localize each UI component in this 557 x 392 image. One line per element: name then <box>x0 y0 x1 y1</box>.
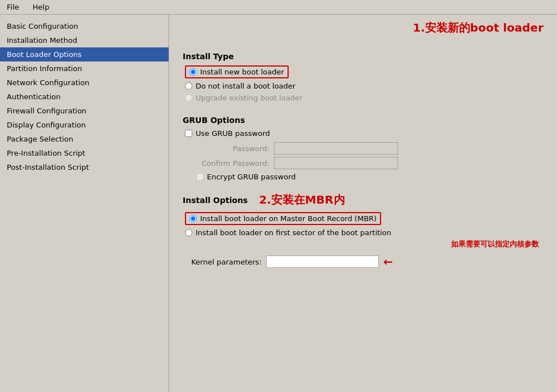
menu-file[interactable]: File <box>5 2 21 12</box>
sidebar-item-partition-information[interactable]: Partition Information <box>0 61 169 76</box>
install-options-header: Install Options 2.安装在MBR内 <box>183 192 543 208</box>
radio-mbr-label: Install boot loader on Master Boot Recor… <box>200 214 377 223</box>
confirm-password-input[interactable] <box>274 157 398 169</box>
encrypt-grub-option[interactable]: Encrypt GRUB password <box>196 173 543 181</box>
red-arrow-icon: ← <box>383 255 393 268</box>
password-label: Password: <box>196 144 269 153</box>
radio-do-not-install-label: Do not install a boot loader <box>196 82 295 90</box>
sidebar-item-network-configuration[interactable]: Network Configuration <box>0 76 169 90</box>
install-type-title: Install Type <box>183 52 543 61</box>
radio-upgrade-existing: Upgrade existing boot loader <box>185 94 543 102</box>
radio-install-new-label: Install new boot loader <box>200 68 284 76</box>
install-type-section: Install Type Install new boot loader Do … <box>183 52 543 102</box>
sidebar: Basic Configuration Installation Method … <box>0 15 169 392</box>
grub-options-section: GRUB Options Use GRUB password Password:… <box>183 116 543 181</box>
password-row: Password: <box>196 142 543 155</box>
encrypt-grub-checkbox <box>196 173 204 180</box>
annotation-right: 如果需要可以指定内核参数 <box>183 239 539 249</box>
sidebar-item-boot-loader-options[interactable]: Boot Loader Options <box>0 47 169 61</box>
sidebar-item-firewall-configuration[interactable]: Firewall Configuration <box>0 104 169 118</box>
radio-upgrade-input <box>185 94 192 102</box>
use-grub-password-checkbox[interactable] <box>185 130 192 137</box>
radio-do-not-install-input[interactable] <box>185 82 192 90</box>
install-options-annotation: 2.安装在MBR内 <box>259 192 344 208</box>
install-options-radio-group: Install boot loader on Master Boot Recor… <box>185 212 543 237</box>
kernel-parameters-label: Kernel parameters: <box>183 258 262 266</box>
radio-mbr[interactable]: Install boot loader on Master Boot Recor… <box>185 212 543 225</box>
kernel-parameters-input[interactable] <box>266 256 379 268</box>
annotation-top: 1.安装新的boot loader <box>413 20 543 36</box>
password-input[interactable] <box>274 142 398 155</box>
confirm-password-row: Confirm Password: <box>196 157 543 169</box>
menubar: File Help <box>0 0 557 15</box>
mbr-highlighted: Install boot loader on Master Boot Recor… <box>185 212 381 225</box>
radio-do-not-install[interactable]: Do not install a boot loader <box>185 82 543 90</box>
radio-first-sector[interactable]: Install boot loader on first sector of t… <box>185 228 543 237</box>
radio-install-new-input[interactable] <box>189 68 197 76</box>
confirm-password-label: Confirm Password: <box>196 159 269 168</box>
grub-options-title: GRUB Options <box>183 116 543 125</box>
radio-first-sector-label: Install boot loader on first sector of t… <box>196 228 391 237</box>
sidebar-item-post-installation-script[interactable]: Post-Installation Script <box>0 160 169 174</box>
sidebar-item-authentication[interactable]: Authentication <box>0 90 169 104</box>
radio-upgrade-label: Upgrade existing boot loader <box>196 94 302 102</box>
install-options-title: Install Options <box>183 196 247 205</box>
use-grub-password-option[interactable]: Use GRUB password <box>185 129 543 138</box>
sidebar-item-display-configuration[interactable]: Display Configuration <box>0 118 169 132</box>
radio-install-new[interactable]: Install new boot loader <box>185 65 543 78</box>
use-grub-password-label: Use GRUB password <box>196 129 270 138</box>
kernel-parameters-row: Kernel parameters: ← <box>183 255 543 268</box>
install-options-section: Install Options 2.安装在MBR内 Install boot l… <box>183 192 543 268</box>
sidebar-item-package-selection[interactable]: Package Selection <box>0 132 169 146</box>
encrypt-grub-label: Encrypt GRUB password <box>207 173 296 181</box>
install-new-highlighted: Install new boot loader <box>185 65 289 78</box>
content-area: 1.安装新的boot loader Install Type Install n… <box>169 15 557 392</box>
sidebar-item-pre-installation-script[interactable]: Pre-Installation Script <box>0 146 169 160</box>
main-window: Basic Configuration Installation Method … <box>0 15 557 392</box>
radio-mbr-input[interactable] <box>189 215 197 222</box>
menu-help[interactable]: Help <box>30 2 52 12</box>
sidebar-item-installation-method[interactable]: Installation Method <box>0 33 169 47</box>
install-type-radio-group: Install new boot loader Do not install a… <box>185 65 543 102</box>
sidebar-item-basic-configuration[interactable]: Basic Configuration <box>0 19 169 33</box>
radio-first-sector-input[interactable] <box>185 229 192 236</box>
